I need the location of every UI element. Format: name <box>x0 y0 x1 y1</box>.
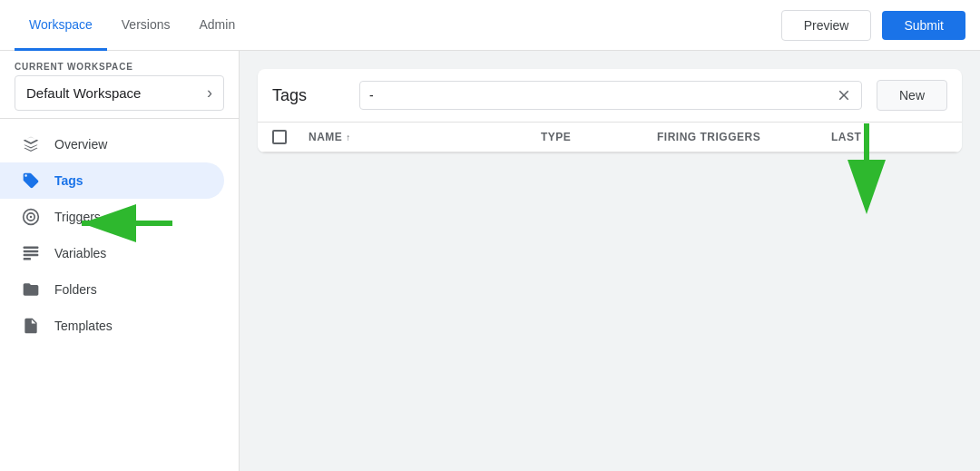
svg-rect-5 <box>24 254 39 257</box>
variables-label: Variables <box>54 246 106 260</box>
table-header: Name ↑ Type Firing Triggers Last <box>258 123 962 152</box>
triggers-label: Triggers <box>54 210 101 224</box>
folder-icon <box>22 280 40 299</box>
workspace-name: Default Workspace <box>26 85 141 101</box>
overview-label: Overview <box>54 137 107 152</box>
select-all-checkbox[interactable] <box>272 130 287 144</box>
nav-items: Overview Tags <box>0 119 239 471</box>
tags-label: Tags <box>54 173 83 188</box>
workspace-section: CURRENT WORKSPACE Default Workspace › <box>0 51 239 119</box>
top-nav: Workspace Versions Admin Preview Submit <box>0 0 980 51</box>
templates-icon <box>22 317 40 335</box>
search-input[interactable] <box>369 88 836 103</box>
sidebar-item-overview[interactable]: Overview <box>0 126 224 162</box>
search-bar <box>359 81 862 110</box>
tab-versions[interactable]: Versions <box>107 1 185 51</box>
col-header-firing-triggers: Firing Triggers <box>657 131 831 143</box>
templates-label: Templates <box>54 319 113 333</box>
tags-header: Tags New <box>258 69 962 123</box>
folders-label: Folders <box>54 282 97 297</box>
col-header-type: Type <box>541 131 657 143</box>
submit-button[interactable]: Submit <box>882 11 965 40</box>
sidebar-item-folders[interactable]: Folders <box>0 271 224 308</box>
sort-arrow-icon: ↑ <box>346 132 351 142</box>
chevron-right-icon: › <box>207 83 212 103</box>
sidebar-item-variables[interactable]: Variables <box>0 235 224 271</box>
svg-rect-6 <box>24 258 31 260</box>
col-header-last: Last <box>831 131 947 143</box>
sidebar-item-tags[interactable]: Tags <box>0 162 224 199</box>
trigger-icon <box>22 208 40 226</box>
col-header-name: Name ↑ <box>309 131 541 143</box>
main-content: Tags New Name ↑ Type <box>240 51 980 471</box>
preview-button[interactable]: Preview <box>781 10 872 41</box>
sidebar: CURRENT WORKSPACE Default Workspace › Ov… <box>0 51 240 471</box>
svg-rect-4 <box>24 250 39 253</box>
nav-actions: Preview Submit <box>781 10 965 41</box>
main-layout: CURRENT WORKSPACE Default Workspace › Ov… <box>0 51 980 471</box>
select-all-checkbox-col <box>272 130 301 144</box>
variables-icon <box>22 244 40 262</box>
workspace-selector[interactable]: Default Workspace › <box>15 75 224 111</box>
tab-admin[interactable]: Admin <box>184 1 250 51</box>
clear-search-button[interactable] <box>836 87 852 103</box>
tag-icon <box>22 172 40 190</box>
current-workspace-label: CURRENT WORKSPACE <box>15 62 224 72</box>
tab-workspace[interactable]: Workspace <box>15 1 107 51</box>
sidebar-item-templates[interactable]: Templates <box>0 308 224 344</box>
sidebar-item-triggers[interactable]: Triggers <box>0 199 224 235</box>
nav-tabs: Workspace Versions Admin <box>15 0 781 50</box>
new-tag-button[interactable]: New <box>877 80 947 111</box>
layers-icon <box>22 135 40 153</box>
svg-point-2 <box>30 216 33 219</box>
tags-panel-title: Tags <box>272 86 345 105</box>
svg-rect-3 <box>24 247 39 250</box>
tags-panel: Tags New Name ↑ Type <box>258 69 962 152</box>
